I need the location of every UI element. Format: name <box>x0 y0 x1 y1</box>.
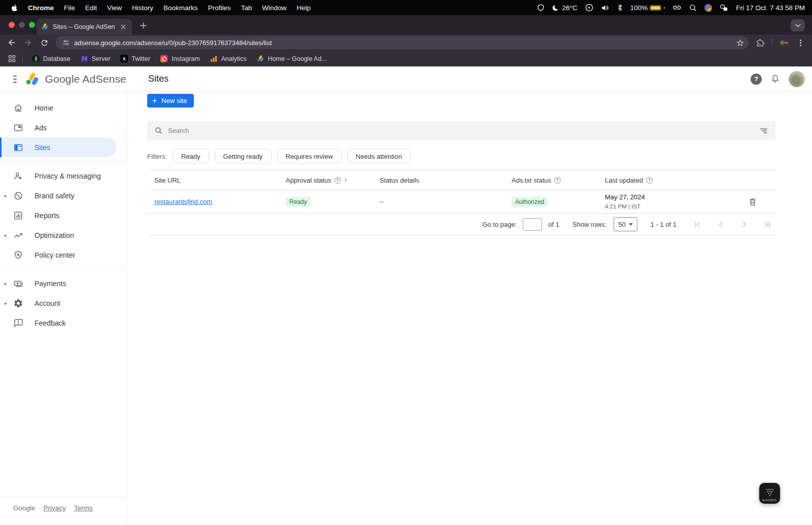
filter-chip-requires-review[interactable]: Requires review <box>277 149 342 164</box>
search-input[interactable] <box>168 127 754 134</box>
help-circle-icon[interactable]: ? <box>646 177 653 184</box>
play-circle-icon[interactable] <box>585 4 593 12</box>
column-header-status-details[interactable]: Status details <box>380 177 512 184</box>
blackbox-label: BLACKBOX <box>762 499 776 502</box>
hamburger-menu-icon[interactable] <box>13 76 17 83</box>
stage-manager-icon[interactable] <box>720 4 728 12</box>
apple-icon[interactable] <box>7 4 23 12</box>
menubar-item-edit[interactable]: Edit <box>80 4 102 12</box>
menubar-item-history[interactable]: History <box>127 4 158 12</box>
expand-caret-icon[interactable]: ▸ <box>5 193 7 198</box>
goto-page-input[interactable] <box>523 218 542 231</box>
sidebar-item-feedback[interactable]: Feedback <box>0 313 126 333</box>
battery-status[interactable]: 100% <box>630 4 665 12</box>
extensions-icon[interactable] <box>754 36 767 49</box>
browser-menu-icon[interactable] <box>794 36 807 49</box>
spotlight-search-icon[interactable] <box>689 4 697 12</box>
window-zoom-button[interactable] <box>29 22 35 28</box>
next-page-button[interactable] <box>739 220 749 229</box>
filter-chip-getting-ready[interactable]: Getting ready <box>215 149 272 164</box>
bookmark-instagram[interactable]: Instagram <box>155 55 205 62</box>
sidebar-item-policy-center[interactable]: Policy center <box>0 245 126 265</box>
sidebar-item-home[interactable]: Home <box>0 98 126 118</box>
sidebar-item-optimization[interactable]: ▸ Optimization <box>0 225 126 245</box>
site-settings-icon[interactable] <box>62 39 70 47</box>
column-header-approval-status[interactable]: Approval status ? ↑ <box>286 176 380 184</box>
filter-chip-needs-attention[interactable]: Needs attention <box>347 149 411 164</box>
address-bar[interactable]: adsense.google.com/adsense/u/0/pub-23076… <box>56 36 749 49</box>
menubar-item-profiles[interactable]: Profiles <box>203 4 236 12</box>
shield-status-icon[interactable] <box>537 4 545 12</box>
back-button[interactable] <box>5 36 18 49</box>
adsense-logo[interactable]: Google AdSense <box>25 72 126 87</box>
filter-chip-ready[interactable]: Ready <box>173 149 209 164</box>
new-tab-button[interactable] <box>137 19 149 31</box>
sidebar-item-ads[interactable]: Ads <box>0 118 126 137</box>
first-page-button[interactable] <box>693 220 702 229</box>
new-site-button[interactable]: + New site <box>147 94 194 108</box>
sidebar-item-privacy-messaging[interactable]: Privacy & messaging <box>0 166 126 186</box>
column-header-adstxt-status[interactable]: Ads.txt status ? <box>512 177 605 184</box>
delete-site-icon[interactable] <box>748 197 758 207</box>
account-avatar[interactable] <box>789 71 805 87</box>
rows-per-page-select[interactable]: 50 <box>614 217 637 231</box>
reload-button[interactable] <box>38 36 51 49</box>
sidebar-item-label: Brand safety <box>35 192 75 200</box>
url-text[interactable]: adsense.google.com/adsense/u/0/pub-23076… <box>74 39 729 47</box>
sort-ascending-icon[interactable]: ↑ <box>344 176 348 184</box>
menubar-item-help[interactable]: Help <box>291 4 316 12</box>
help-circle-icon[interactable]: ? <box>554 177 561 184</box>
apps-grid-icon[interactable] <box>5 52 18 65</box>
sidebar-item-label: Policy center <box>35 251 75 259</box>
tab-strip: Sites – Google AdSense <box>0 15 812 34</box>
column-header-last-updated[interactable]: Last updated ? <box>605 177 730 184</box>
bookmark-database[interactable]: Database <box>27 55 76 62</box>
menubar-item-tab[interactable]: Tab <box>236 4 257 12</box>
expand-caret-icon[interactable]: ▸ <box>5 233 7 238</box>
menubar-item-bookmarks[interactable]: Bookmarks <box>158 4 203 12</box>
window-minimize-button[interactable] <box>19 22 25 28</box>
notifications-bell-icon[interactable] <box>770 74 781 84</box>
weather-status[interactable]: 26°C <box>552 4 577 12</box>
menubar-item-file[interactable]: File <box>59 4 80 12</box>
last-page-button[interactable] <box>763 220 772 229</box>
column-header-site-url[interactable]: Site URL <box>154 177 286 184</box>
tab-close-icon[interactable] <box>119 23 127 31</box>
terms-link[interactable]: Terms <box>74 504 93 512</box>
help-icon[interactable]: ? <box>751 74 762 85</box>
menubar-clock[interactable]: Fri 17 Oct 7 43 58 PM <box>736 4 805 12</box>
menubar-item-window[interactable]: Window <box>257 4 291 12</box>
tab-search-chevron-button[interactable] <box>791 19 805 31</box>
sidebar-item-reports[interactable]: Reports <box>0 205 126 225</box>
bookmark-server[interactable]: Server <box>76 55 116 62</box>
sidebar-item-account[interactable]: ▸ Account <box>0 293 126 313</box>
privacy-link[interactable]: Privacy <box>44 504 66 512</box>
profile-avatar-icon[interactable] <box>777 36 791 49</box>
filter-list-icon[interactable] <box>759 126 768 135</box>
bookmark-label: Twitter <box>131 55 150 62</box>
link-icon[interactable] <box>672 3 682 12</box>
sidebar-item-brand-safety[interactable]: ▸ Brand safety <box>0 186 126 205</box>
site-url-link[interactable]: restaurantsfind.com <box>154 198 212 205</box>
bookmark-star-icon[interactable] <box>733 36 747 49</box>
window-close-button[interactable] <box>9 22 15 28</box>
sidebar-item-sites[interactable]: Sites <box>0 137 117 157</box>
bookmark-analytics[interactable]: Analytics <box>205 55 252 62</box>
help-circle-icon[interactable]: ? <box>334 177 341 184</box>
forward-button[interactable] <box>21 36 35 49</box>
menubar-item-view[interactable]: View <box>102 4 127 12</box>
bookmark-label: Server <box>92 55 111 62</box>
volume-icon[interactable] <box>601 4 610 12</box>
sidebar-item-payments[interactable]: ▸ Payments <box>0 273 126 293</box>
expand-caret-icon[interactable]: ▸ <box>5 281 7 286</box>
bookmark-adsense-home[interactable]: Home – Google Ad... <box>252 55 332 62</box>
siri-icon[interactable] <box>704 4 712 12</box>
bookmark-twitter[interactable]: X Twitter <box>115 55 155 62</box>
menubar-item-chrome[interactable]: Chrome <box>23 4 59 12</box>
previous-page-button[interactable] <box>716 220 726 229</box>
expand-caret-icon[interactable]: ▸ <box>5 301 7 306</box>
bluetooth-icon[interactable] <box>617 4 623 12</box>
blackbox-widget[interactable]: BLACKBOX <box>759 483 780 504</box>
sidebar-footer: Google Privacy Terms <box>0 497 126 525</box>
browser-tab[interactable]: Sites – Google AdSense <box>37 19 132 34</box>
